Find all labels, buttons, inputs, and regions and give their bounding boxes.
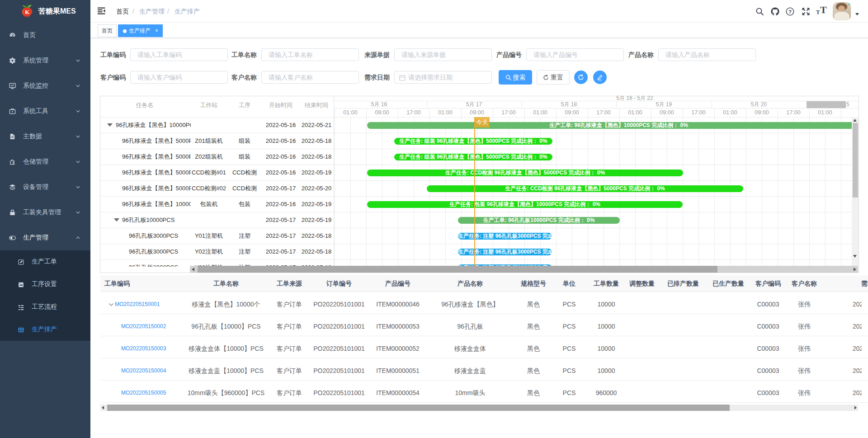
svg-text:?: ? — [788, 9, 792, 14]
svg-text:K: K — [25, 9, 30, 15]
